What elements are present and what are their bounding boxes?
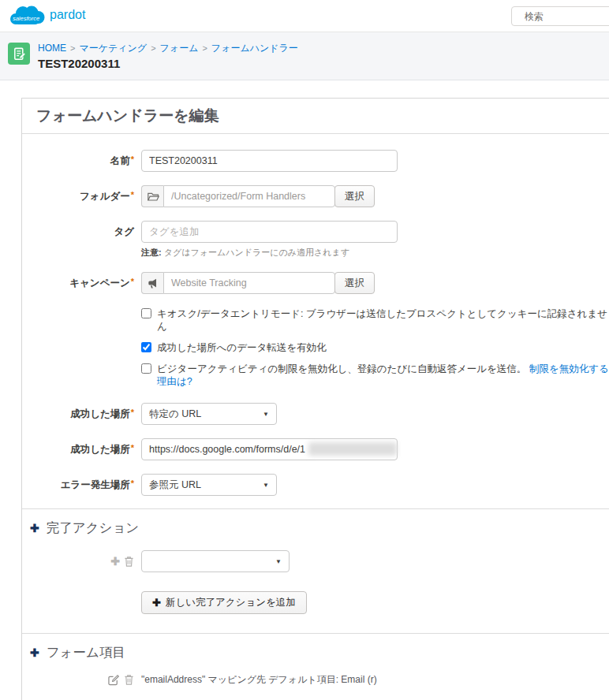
form-fields-title: フォーム項目 xyxy=(47,644,125,661)
folder-select-button[interactable]: 選択 xyxy=(334,185,375,207)
add-action-plus-icon[interactable]: ✚ xyxy=(110,556,120,567)
pardot-wordmark: pardot xyxy=(50,9,85,23)
edit-form-handler-card: フォームハンドラーを編集 名前* フォルダー* 選択 タグ xyxy=(21,98,609,700)
error-location-label: エラー発生場所* xyxy=(30,478,134,492)
completion-actions-header: ✚ 完了アクション xyxy=(22,509,609,537)
main-fields-section: 名前* フォルダー* 選択 タグ 注意: タグはフォームハンドラーにのみ xyxy=(22,134,609,508)
breadcrumb-link-form-handlers[interactable]: フォームハンドラー xyxy=(211,43,298,54)
plus-icon: ✚ xyxy=(152,597,161,609)
completion-actions-section: ✚ 完了アクション ✚ ▼ ✚ 新しい完了アクションを追加 xyxy=(22,508,609,633)
campaign-input[interactable] xyxy=(163,272,335,294)
add-completion-action-button[interactable]: ✚ 新しい完了アクションを追加 xyxy=(141,591,307,614)
kiosk-mode-checkbox[interactable] xyxy=(141,308,151,318)
megaphone-icon[interactable] xyxy=(141,272,163,294)
salesforce-pardot-logo[interactable]: salesforce pardot xyxy=(8,4,85,28)
search-input[interactable] xyxy=(523,10,609,23)
form-field-item-row: "emailAddress" マッピング先 デフォルト項目: Email (r) xyxy=(22,673,609,687)
campaign-select-button[interactable]: 選択 xyxy=(334,272,375,294)
campaign-row: キャンペーン* 選択 xyxy=(22,272,609,294)
name-label: 名前* xyxy=(30,155,134,168)
folder-input[interactable] xyxy=(163,185,335,207)
dropdown-arrow-icon: ▼ xyxy=(263,411,269,418)
success-location-type-select[interactable]: 特定の URL ▼ xyxy=(141,403,277,425)
success-location-type-label: 成功した場所* xyxy=(30,408,134,421)
error-location-select[interactable]: 参照元 URL ▼ xyxy=(141,474,277,496)
dropdown-arrow-icon: ▼ xyxy=(263,482,269,489)
expand-plus-icon[interactable]: ✚ xyxy=(30,647,39,658)
breadcrumb-link-marketing[interactable]: マーケティング xyxy=(79,43,147,54)
delete-field-trash-icon[interactable] xyxy=(124,674,134,686)
folder-label: フォルダー* xyxy=(30,190,134,203)
kiosk-mode-checkbox-row: キオスク/データエントリモード: ブラウザーは送信したプロスペクトとしてクッキー… xyxy=(141,307,609,333)
tags-row: タグ xyxy=(22,221,609,243)
name-row: 名前* xyxy=(22,150,609,172)
page-title: TEST20200311 xyxy=(38,57,298,70)
card-title: フォームハンドラーを編集 xyxy=(22,99,609,134)
campaign-label: キャンペーン* xyxy=(30,277,134,290)
data-forward-checkbox-label: 成功した場所へのデータ転送を有効化 xyxy=(157,341,327,354)
salesforce-wordmark: salesforce xyxy=(13,15,39,22)
edit-field-icon[interactable] xyxy=(108,674,120,686)
breadcrumb-separator: > xyxy=(151,43,155,54)
breadcrumb-link-home[interactable]: HOME xyxy=(38,43,66,54)
form-fields-header: ✚ フォーム項目 xyxy=(22,634,609,661)
form-fields-section: ✚ フォーム項目 "emailAddress" マッピング先 デフォルト項目: … xyxy=(22,633,609,700)
required-asterisk: * xyxy=(131,443,134,452)
success-location-url-input[interactable] xyxy=(141,438,398,460)
salesforce-cloud-icon: salesforce xyxy=(8,4,46,28)
search-box[interactable] xyxy=(511,6,609,26)
data-forward-checkbox[interactable] xyxy=(141,342,151,352)
form-handler-icon xyxy=(8,43,30,65)
dropdown-arrow-icon: ▼ xyxy=(275,558,282,565)
completion-actions-title: 完了アクション xyxy=(47,519,139,537)
disable-activity-limit-checkbox-label: ビジターアクティビティの制限を無効化し、登録のたびに自動返答メールを送信。 制限… xyxy=(157,363,609,388)
tags-input[interactable] xyxy=(141,221,398,243)
disable-activity-limit-checkbox-row: ビジターアクティビティの制限を無効化し、登録のたびに自動返答メールを送信。 制限… xyxy=(141,363,609,388)
error-location-row: エラー発生場所* 参照元 URL ▼ xyxy=(22,474,609,496)
folder-row: フォルダー* 選択 xyxy=(22,185,609,207)
expand-plus-icon[interactable]: ✚ xyxy=(30,523,39,534)
success-location-url-label: 成功した場所* xyxy=(30,443,134,456)
success-location-url-row: 成功した場所* xyxy=(22,438,609,460)
delete-action-trash-icon[interactable] xyxy=(124,556,134,568)
top-bar: salesforce pardot xyxy=(0,0,609,32)
folder-icon[interactable] xyxy=(141,185,163,207)
breadcrumb-link-forms[interactable]: フォーム xyxy=(160,43,199,54)
form-field-mapping-text: "emailAddress" マッピング先 デフォルト項目: Email (r) xyxy=(141,673,377,687)
required-asterisk: * xyxy=(131,277,134,286)
kiosk-mode-checkbox-label: キオスク/データエントリモード: ブラウザーは送信したプロスペクトとしてクッキー… xyxy=(157,307,609,333)
required-asterisk: * xyxy=(131,155,134,164)
data-forward-checkbox-row: 成功した場所へのデータ転送を有効化 xyxy=(141,341,609,354)
completion-action-select[interactable]: ▼ xyxy=(141,550,290,572)
completion-action-row: ✚ ▼ xyxy=(22,550,609,572)
required-asterisk: * xyxy=(131,190,134,199)
required-asterisk: * xyxy=(131,478,134,488)
breadcrumb-band: HOME > マーケティング > フォーム > フォームハンドラー TEST20… xyxy=(0,32,609,80)
breadcrumb-separator: > xyxy=(202,43,207,54)
breadcrumb-separator: > xyxy=(70,43,75,54)
tags-note: 注意: タグはフォームハンドラーにのみ適用されます xyxy=(141,247,609,259)
success-location-type-row: 成功した場所* 特定の URL ▼ xyxy=(22,403,609,425)
name-input[interactable] xyxy=(141,150,398,172)
tags-label: タグ xyxy=(30,225,134,239)
disable-activity-limit-checkbox[interactable] xyxy=(141,363,151,374)
breadcrumb: HOME > マーケティング > フォーム > フォームハンドラー xyxy=(38,43,298,54)
required-asterisk: * xyxy=(131,408,134,417)
